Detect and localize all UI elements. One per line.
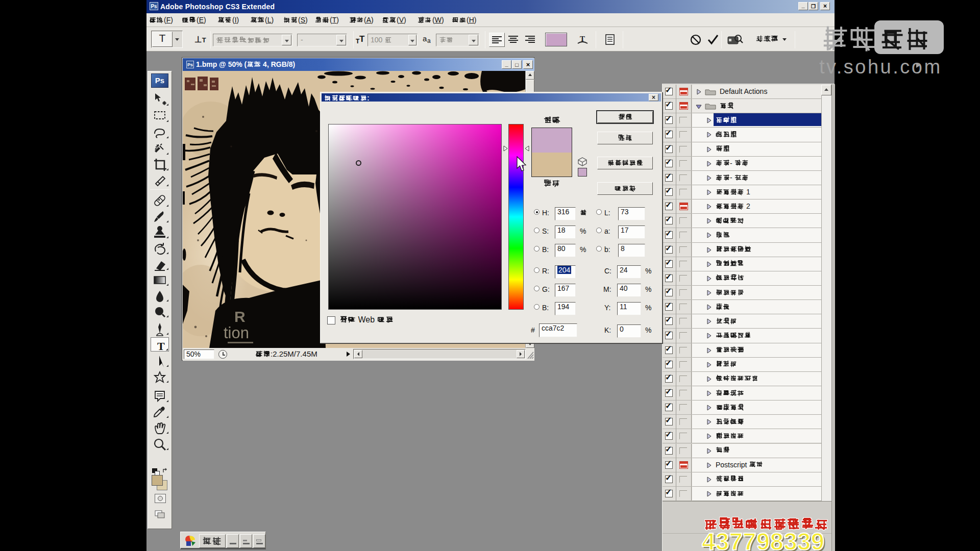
svg-text:tion: tion: [224, 324, 249, 342]
svg-text:T: T: [157, 340, 165, 353]
svg-text:R: R: [234, 308, 246, 325]
svg-text:T: T: [580, 35, 585, 43]
